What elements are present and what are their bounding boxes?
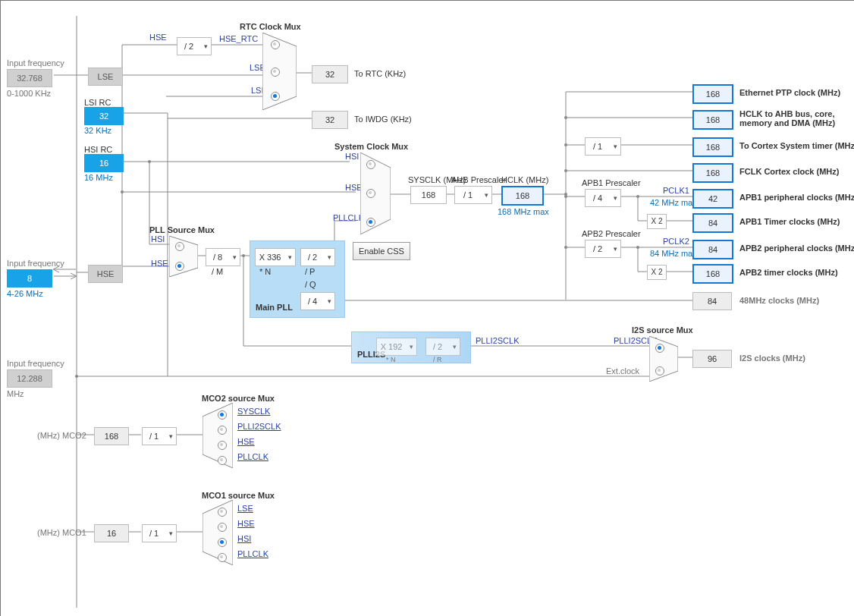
- mco2-radio-1[interactable]: [218, 426, 227, 435]
- lsi-rc-label: LSI RC: [84, 98, 111, 107]
- pll-source-mux: [169, 236, 198, 277]
- src-hse[interactable]: HSE: [88, 265, 123, 283]
- hclk-max: 168 MHz max: [498, 207, 549, 216]
- svg-point-65: [564, 169, 567, 172]
- hse-range: 4-26 MHz: [7, 289, 43, 298]
- i2smux-radio-pll[interactable]: [655, 344, 664, 353]
- mco1-radio-1[interactable]: [218, 523, 227, 532]
- svg-point-64: [564, 143, 567, 146]
- svg-point-68: [636, 195, 639, 198]
- caret-down-icon: [406, 338, 416, 355]
- caret-down-icon: [200, 38, 211, 55]
- plli2s-ext: Ext.clock: [606, 366, 639, 376]
- enable-css-button[interactable]: Enable CSS: [353, 242, 410, 260]
- mco1-div[interactable]: / 1: [142, 524, 177, 542]
- plli2s-n[interactable]: X 192: [376, 338, 417, 356]
- pll-q[interactable]: / 4: [300, 292, 335, 310]
- mco2-opt-2: HSE: [237, 437, 255, 446]
- mco2-radio-2[interactable]: [218, 441, 227, 450]
- main-pll-title: Main PLL: [256, 303, 293, 312]
- out-apb2t-lbl: APB2 timer clocks (MHz): [739, 268, 838, 277]
- sysmux-radio-pll[interactable]: [366, 218, 375, 227]
- svg-point-62: [564, 193, 567, 196]
- lse-input-label: Input frequency: [7, 58, 64, 68]
- rtc-hse-div[interactable]: / 2: [177, 37, 212, 55]
- pll-mux-hse: HSE: [151, 259, 168, 268]
- sys-mux-hsi: HSI: [345, 152, 359, 161]
- iwdg-out: 32: [312, 111, 348, 129]
- out-apb2t: 168: [692, 264, 733, 284]
- out-apb2p: 84: [692, 240, 733, 259]
- pllmux-radio-hse[interactable]: [175, 262, 184, 271]
- rtc-radio-hse[interactable]: [271, 40, 280, 49]
- rtc-mux-title: RTC Clock Mux: [240, 22, 301, 31]
- i2s-input-label: Input frequency: [7, 359, 64, 368]
- caret-down-icon: [229, 249, 240, 266]
- svg-point-28: [121, 190, 124, 193]
- mco1-radio-3[interactable]: [218, 553, 227, 562]
- rtc-radio-lse[interactable]: [271, 68, 280, 77]
- src-lse[interactable]: LSE: [88, 68, 123, 86]
- lse-input[interactable]: 32.768: [7, 69, 52, 87]
- ahb-label: AHB Prescaler: [451, 175, 506, 184]
- svg-point-71: [242, 254, 245, 257]
- mco1-radio-0[interactable]: [218, 508, 227, 517]
- apb1-prescaler[interactable]: / 4: [585, 189, 621, 207]
- mco2-radio-3[interactable]: [218, 456, 227, 465]
- i2s-out-lbl: I2S clocks (MHz): [739, 354, 805, 363]
- mco2-radio-0[interactable]: [218, 410, 227, 420]
- i2s-source-mux: [649, 336, 678, 382]
- caret-down-icon: [284, 249, 295, 266]
- pll-p[interactable]: / 2: [300, 248, 335, 266]
- mco2-div[interactable]: / 1: [142, 427, 177, 445]
- mco2-lbl: (MHz) MCO2: [37, 431, 86, 440]
- ahb-prescaler[interactable]: / 1: [454, 186, 492, 204]
- out-apb1p-lbl: APB1 peripheral clocks (MHz): [739, 193, 854, 202]
- hclk-label: HCLK (MHz): [501, 175, 548, 184]
- sysclk-val: 168: [410, 186, 447, 204]
- out-systim: 168: [692, 137, 733, 157]
- rtc-hse-rtc: HSE_RTC: [219, 34, 258, 43]
- out-systim-lbl: To Cortex System timer (MHz): [739, 141, 854, 150]
- plli2s-n-sub: * N: [386, 356, 396, 363]
- apb2-prescaler[interactable]: / 2: [585, 240, 621, 258]
- pll-p-sub: / P: [305, 267, 315, 276]
- plli2s-out-lbl: PLLI2SCLK: [476, 336, 519, 345]
- mco1-mux-title: MCO1 source Mux: [202, 491, 275, 500]
- sysmux-radio-hsi[interactable]: [366, 160, 375, 169]
- rtc-radio-lsi[interactable]: [271, 92, 280, 101]
- pll-n[interactable]: X 336: [255, 248, 296, 266]
- mco1-radio-2[interactable]: [218, 538, 227, 547]
- sysmux-radio-hse[interactable]: [366, 189, 375, 198]
- mco2-opt-0: SYSCLK: [237, 407, 270, 416]
- i2s-mux-title: I2S source Mux: [632, 325, 693, 335]
- caret-down-icon: [610, 138, 620, 155]
- caret-down-icon: [165, 428, 176, 445]
- i2smux-radio-ext[interactable]: [655, 366, 664, 376]
- apb2-pclk: PCLK2: [663, 237, 689, 246]
- hse-input[interactable]: 8: [7, 269, 52, 288]
- out-hclk-lbl: HCLK to AHB bus, core, memory and DMA (M…: [739, 109, 850, 127]
- pllmux-radio-hsi[interactable]: [175, 242, 184, 251]
- apb1-pclk: PCLK1: [663, 186, 689, 195]
- hclk-val[interactable]: 168: [501, 186, 544, 206]
- pll-m[interactable]: / 8: [206, 248, 240, 266]
- i2s-out: 96: [692, 350, 732, 368]
- mco2-opt-3: PLLCLK: [237, 452, 268, 461]
- systim-div[interactable]: / 1: [585, 137, 621, 156]
- rtc-hse-in: HSE: [149, 33, 167, 42]
- pll-m-sub: / M: [212, 267, 223, 276]
- plli2s-r[interactable]: / 2: [425, 338, 460, 356]
- mco1-opt-2: HSI: [237, 534, 251, 543]
- lse-range: 0-1000 KHz: [7, 89, 51, 98]
- svg-point-66: [564, 195, 567, 198]
- apb1-max: 42 MHz max: [650, 198, 697, 207]
- out-apb1p: 42: [692, 189, 733, 209]
- hse-input-label: Input frequency: [7, 259, 64, 268]
- pll-n-sub: * N: [259, 267, 271, 276]
- apb2-mult: X 2: [647, 265, 667, 280]
- svg-point-67: [564, 246, 567, 249]
- src-hsi: 16: [84, 154, 124, 172]
- pll-mux-title: PLL Source Mux: [149, 225, 215, 234]
- i2s-input[interactable]: 12.288: [7, 369, 52, 388]
